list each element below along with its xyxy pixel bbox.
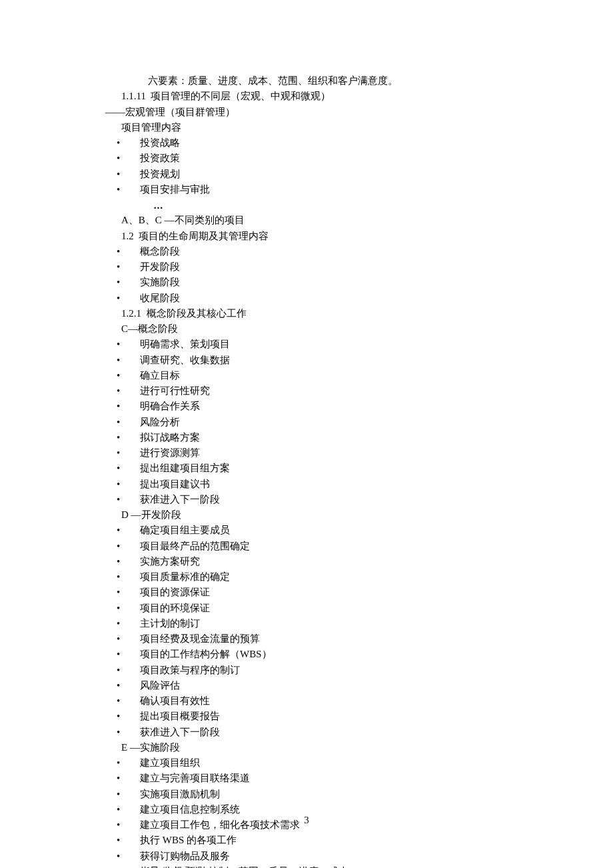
- list-item: 收尾阶段: [107, 291, 533, 306]
- list-item: 提出项目概要报告: [107, 709, 533, 724]
- list-item: 项目政策与程序的制订: [107, 663, 533, 678]
- list-item: 开发阶段: [107, 259, 533, 275]
- list-item: 调查研究、收集数据: [107, 353, 533, 368]
- section-1-1-11-heading: 1.1.11 项目管理的不同层（宏观、中观和微观）: [107, 89, 533, 104]
- list-item: 项目最终产品的范围确定: [107, 539, 533, 554]
- list-item: 建立与完善项目联络渠道: [107, 771, 533, 786]
- phase-e-list: 建立项目组织 建立与完善项目联络渠道 实施项目激励机制 建立项目信息控制系统 建…: [107, 755, 533, 868]
- section-1-2-1-heading: 1.2.1 概念阶段及其核心工作: [107, 306, 533, 321]
- list-item: 风险评估: [107, 678, 533, 693]
- pm-content-list: 投资战略 投资政策 投资规划 项目安排与审批: [107, 135, 533, 197]
- list-item: 项目安排与审批: [107, 182, 533, 197]
- list-item: 实施阶段: [107, 275, 533, 290]
- list-item: 拟订战略方案: [107, 430, 533, 445]
- list-item: 投资政策: [107, 151, 533, 166]
- list-item: 提出组建项目组方案: [107, 461, 533, 476]
- page-number: 3: [0, 813, 613, 828]
- list-item: 投资规划: [107, 167, 533, 182]
- abc-line: A、B、C —不同类别的项目: [107, 213, 533, 228]
- phase-d-label: D —开发阶段: [107, 507, 533, 523]
- list-item: 建立项目组织: [107, 755, 533, 771]
- list-item: 确立目标: [107, 368, 533, 383]
- list-item: 明确合作关系: [107, 399, 533, 414]
- list-item: 实施项目激励机制: [107, 787, 533, 802]
- list-item: 明确需求、策划项目: [107, 337, 533, 352]
- document-page: 六要素：质量、进度、成本、范围、组织和客户满意度。 1.1.11 项目管理的不同…: [0, 0, 613, 868]
- list-item: 项目的环境保证: [107, 601, 533, 616]
- list-item: 项目的工作结构分解（WBS）: [107, 647, 533, 662]
- list-item: 指导/监督/预测/控制：范围、质量、进度、成本: [107, 864, 533, 868]
- list-item: 获准进入下一阶段: [107, 725, 533, 740]
- list-item: 风险分析: [107, 415, 533, 430]
- list-item: 进行可行性研究: [107, 383, 533, 399]
- pm-content-label: 项目管理内容: [107, 120, 533, 135]
- list-item: 主计划的制订: [107, 616, 533, 631]
- ellipsis-line: …: [107, 197, 533, 213]
- list-item: 执行 WBS 的各项工作: [107, 833, 533, 848]
- list-item: 提出项目建议书: [107, 477, 533, 492]
- phases-list: 概念阶段 开发阶段 实施阶段 收尾阶段: [107, 244, 533, 306]
- list-item: 获得订购物品及服务: [107, 849, 533, 864]
- phase-d-list: 确定项目组主要成员 项目最终产品的范围确定 实施方案研究 项目质量标准的确定 项…: [107, 523, 533, 740]
- list-item: 确认项目有效性: [107, 693, 533, 709]
- list-item: 概念阶段: [107, 244, 533, 259]
- phase-c-list: 明确需求、策划项目 调查研究、收集数据 确立目标 进行可行性研究 明确合作关系 …: [107, 337, 533, 507]
- list-item: 确定项目组主要成员: [107, 523, 533, 538]
- list-item: 进行资源测算: [107, 445, 533, 461]
- list-item: 投资战略: [107, 135, 533, 151]
- list-item: 项目的资源保证: [107, 585, 533, 600]
- macro-management-line: ——宏观管理（项目群管理）: [105, 105, 533, 120]
- six-elements-line: 六要素：质量、进度、成本、范围、组织和客户满意度。: [107, 73, 533, 89]
- phase-e-label: E —实施阶段: [107, 740, 533, 755]
- document-content: 六要素：质量、进度、成本、范围、组织和客户满意度。 1.1.11 项目管理的不同…: [107, 73, 533, 868]
- list-item: 获准进入下一阶段: [107, 492, 533, 507]
- phase-c-label: C—概念阶段: [107, 321, 533, 337]
- list-item: 项目经费及现金流量的预算: [107, 631, 533, 647]
- list-item: 项目质量标准的确定: [107, 569, 533, 585]
- section-1-2-heading: 1.2 项目的生命周期及其管理内容: [107, 229, 533, 244]
- list-item: 实施方案研究: [107, 554, 533, 569]
